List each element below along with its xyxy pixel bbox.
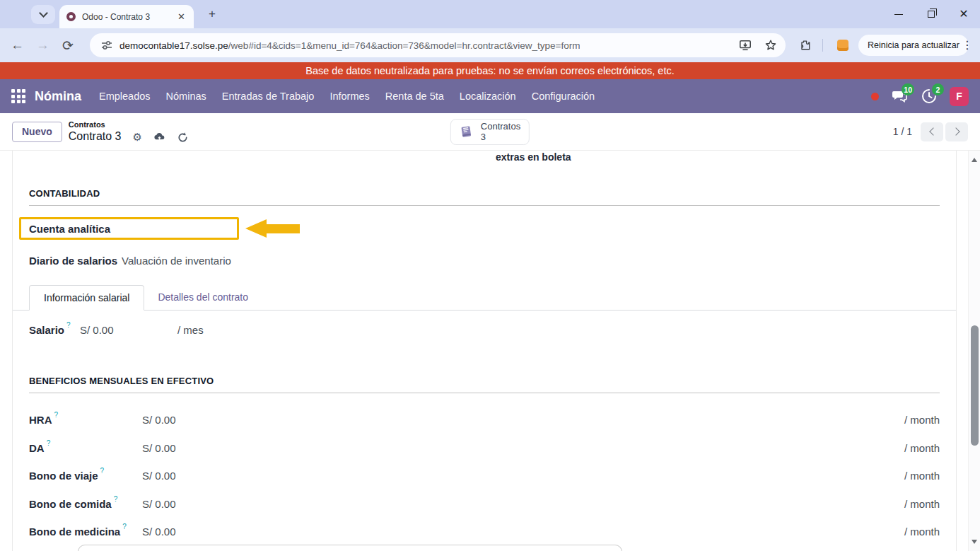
tab-close-icon[interactable]: ✕: [176, 11, 187, 22]
diario-salarios-row: Diario de salarios Valuación de inventar…: [29, 253, 940, 268]
activities-badge: 2: [932, 83, 944, 95]
bookmark-star-icon[interactable]: [764, 39, 777, 52]
benefit-unit: / month: [904, 470, 940, 482]
benefit-unit: / month: [904, 442, 940, 454]
form-view: extras en boleta CONTABILIDAD Cuenta ana…: [0, 151, 980, 551]
help-icon[interactable]: ?: [47, 439, 51, 447]
benefit-label: DA: [29, 442, 45, 454]
app-name[interactable]: Nómina: [35, 89, 81, 104]
window-minimize-button[interactable]: [882, 0, 915, 28]
benefit-label: Bono de comida: [29, 498, 112, 510]
browser-tab[interactable]: Odoo - Contrato 3 ✕: [59, 5, 194, 28]
back-button[interactable]: ←: [11, 37, 24, 53]
benefit-row-bono-de-comida: Bono de comida? S/ 0.00 / month: [29, 497, 940, 511]
benefit-value[interactable]: S/ 0.00: [142, 526, 176, 538]
browser-titlebar: Odoo - Contrato 3 ✕ + ✕: [0, 0, 980, 28]
benefit-row-da: DA? S/ 0.00 / month: [29, 441, 940, 456]
browser-menu-icon[interactable]: ⋮: [962, 38, 973, 52]
relaunch-update-button[interactable]: Reinicia para actualizar: [858, 35, 969, 56]
benefit-unit: / month: [904, 414, 940, 426]
salario-value[interactable]: S/ 0.00: [80, 324, 177, 336]
cuenta-analitica-label: Cuenta analítica: [29, 223, 110, 235]
help-icon[interactable]: ?: [100, 467, 105, 475]
salario-row: Salario ? S/ 0.00 / mes: [29, 321, 940, 338]
menu-renta-de-5ta[interactable]: Renta de 5ta: [378, 86, 452, 106]
extensions-puzzle-icon[interactable]: [799, 39, 812, 52]
tab-search-button[interactable]: [31, 5, 55, 24]
toolbar-separator: [822, 39, 823, 52]
new-button[interactable]: Nuevo: [12, 122, 62, 142]
browser-toolbar: ← → ⟳ democontable17.solse.pe/web#id=4&c…: [0, 28, 980, 62]
help-icon[interactable]: ?: [66, 321, 71, 329]
benefit-label: HRA: [29, 414, 52, 426]
scrollbar[interactable]: [968, 151, 980, 551]
salario-unit: / mes: [177, 324, 204, 336]
salario-label: Salario: [29, 324, 64, 336]
benefit-value[interactable]: S/ 0.00: [142, 414, 176, 426]
scrollbar-thumb[interactable]: [971, 325, 979, 446]
pager-next-button[interactable]: [945, 122, 968, 141]
extension-icon[interactable]: [837, 40, 848, 51]
benefit-row-hra: HRA? S/ 0.00 / month: [29, 412, 940, 427]
reload-button[interactable]: ⟳: [62, 37, 74, 54]
menu-nominas[interactable]: Nóminas: [158, 86, 214, 106]
contracts-stat-button[interactable]: Contratos 3: [450, 119, 530, 145]
benefit-value[interactable]: S/ 0.00: [142, 498, 176, 510]
benefit-row-bono-de-medicina: Bono de medicina? S/ 0.00 / month: [29, 524, 940, 539]
window-close-button[interactable]: ✕: [947, 0, 980, 28]
cuenta-analitica-highlight-box[interactable]: Cuenta analítica: [19, 217, 239, 240]
tab-detalles-del-contrato[interactable]: Detalles del contrato: [144, 285, 262, 311]
menu-configuracion[interactable]: Configuración: [524, 86, 602, 106]
url-text[interactable]: democontable17.solse.pe/web#id=4&cids=1&…: [119, 40, 580, 51]
benefit-rows: HRA? S/ 0.00 / month DA? S/ 0.00 / month…: [29, 412, 940, 551]
menu-informes[interactable]: Informes: [322, 86, 377, 106]
new-tab-button[interactable]: +: [204, 7, 221, 21]
forward-button[interactable]: →: [36, 37, 49, 53]
benefit-value[interactable]: S/ 0.00: [142, 442, 176, 454]
menu-localizacion[interactable]: Localización: [452, 86, 524, 106]
pager-previous-button[interactable]: [921, 122, 943, 141]
breadcrumb-parent[interactable]: Contratos: [69, 121, 189, 129]
tab-informacion-salarial[interactable]: Información salarial: [29, 285, 144, 311]
form-sheet: extras en boleta CONTABILIDAD Cuenta ana…: [12, 151, 957, 551]
cuenta-analitica-row: Cuenta analítica: [29, 217, 940, 240]
benefit-value[interactable]: S/ 0.00: [142, 470, 176, 482]
window-restore-button[interactable]: [915, 0, 947, 28]
site-settings-icon[interactable]: [101, 40, 112, 51]
messages-badge: 10: [902, 83, 914, 95]
diario-salarios-label: Diario de salarios: [29, 255, 117, 267]
section-title-beneficios: BENEFICIOS MENSUALES EN EFECTIVO: [29, 376, 940, 386]
menu-entradas-de-trabajo[interactable]: Entradas de Trabajo: [214, 86, 322, 106]
restore-icon: [928, 11, 935, 18]
section-divider: [29, 393, 940, 393]
activities-menu[interactable]: 2: [920, 87, 938, 105]
messages-menu[interactable]: 10: [890, 87, 909, 105]
breadcrumb-current: Contrato 3: [69, 131, 122, 142]
clipped-field-label: extras en boleta: [496, 151, 571, 163]
breadcrumb: Contratos Contrato 3 ⚙: [69, 121, 189, 143]
help-icon[interactable]: ?: [114, 495, 118, 503]
neutralized-database-banner: Base de datos neutralizada para pruebas:…: [0, 62, 980, 79]
discard-undo-icon[interactable]: [177, 131, 189, 143]
scroll-up-icon[interactable]: [972, 158, 977, 162]
help-icon[interactable]: ?: [54, 411, 59, 419]
avatar-initial: F: [956, 91, 962, 102]
help-icon[interactable]: ?: [122, 523, 127, 530]
address-bar[interactable]: democontable17.solse.pe/web#id=4&cids=1&…: [90, 33, 786, 57]
apps-menu-icon[interactable]: [11, 89, 25, 103]
cloud-save-icon[interactable]: [153, 131, 165, 143]
scroll-down-icon[interactable]: [972, 540, 977, 544]
section-divider: [29, 205, 940, 206]
control-panel: Nuevo Contratos Contrato 3 ⚙ Contratos 3: [0, 113, 980, 151]
neutralized-banner-text: Base de datos neutralizada para pruebas:…: [305, 65, 675, 76]
gear-icon[interactable]: ⚙: [133, 132, 142, 142]
user-avatar[interactable]: F: [950, 87, 969, 106]
notebook-tabs: Información salarial Detalles del contra…: [13, 285, 956, 311]
stat-button-value: 3: [481, 132, 520, 143]
send-to-device-icon[interactable]: [739, 39, 752, 52]
chevron-down-icon: [39, 8, 48, 18]
diario-salarios-value[interactable]: Valuación de inventario: [122, 255, 231, 267]
pager-counter: 1 / 1: [893, 126, 912, 137]
benefit-unit: / month: [904, 498, 940, 510]
menu-empleados[interactable]: Empleados: [91, 86, 158, 106]
